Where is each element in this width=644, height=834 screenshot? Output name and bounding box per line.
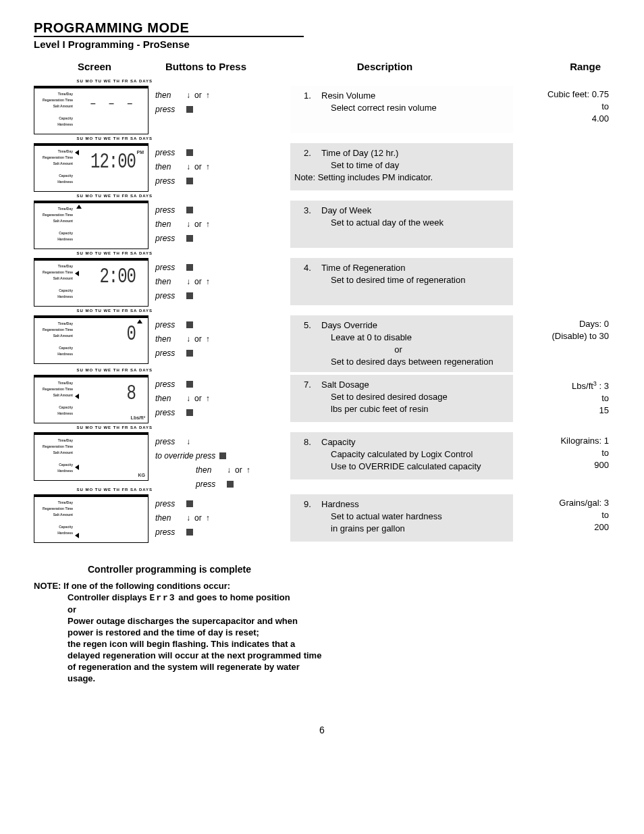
screen-box: Time/DayRegeneration TimeSalt AmountCapa… xyxy=(34,86,149,134)
buttons-cell: thenorpress xyxy=(155,86,290,117)
indicator-arrow-icon xyxy=(75,465,79,470)
screen-cell: SU MO TU WE TH FR SA DAYSTime/DayRegener… xyxy=(34,315,155,364)
screen-cell: SU MO TU WE TH FR SA DAYSTime/DayRegener… xyxy=(34,143,155,192)
screen-side-labels: Time/DayRegeneration TimeSalt AmountCapa… xyxy=(36,149,73,185)
button-instruction-line: thenor xyxy=(155,463,290,477)
instruction-word: then xyxy=(196,463,223,477)
screen-box: Time/DayRegeneration TimeSalt AmountCapa… xyxy=(34,258,149,307)
description-detail: Set to desired desired dosagelbs per cub… xyxy=(321,391,506,415)
indicator-arrow-icon xyxy=(76,205,82,209)
set-button-icon xyxy=(186,292,193,299)
instruction-word: press xyxy=(155,203,182,217)
buttons-cell: pressthenorpress xyxy=(155,201,290,246)
description-body: Time of RegenerationSet to desired time … xyxy=(321,262,506,286)
col-buttons: Buttons to Press xyxy=(155,61,257,72)
description-title: Day of Week xyxy=(321,205,506,217)
set-button-icon xyxy=(219,452,226,459)
instruction-word: or xyxy=(194,392,202,405)
screen-days-label: SU MO TU WE TH FR SA DAYS xyxy=(76,425,153,429)
description-detail: Set to time of day xyxy=(321,159,506,172)
range-cell: Cubic feet: 0.75to4.00 xyxy=(513,86,614,125)
screen-days-label: SU MO TU WE TH FR SA DAYS xyxy=(76,309,153,313)
description-title: Time of Regeneration xyxy=(321,262,506,274)
buttons-cell: pressthenorpress xyxy=(155,315,290,361)
screen-side-labels: Time/DayRegeneration TimeSalt AmountCapa… xyxy=(36,91,73,128)
instruction-word: then xyxy=(155,88,182,102)
screen-box: Time/DayRegeneration TimeSalt AmountCapa… xyxy=(34,494,149,543)
description-detail: Leave at 0 to disableorSet to desired da… xyxy=(321,332,506,368)
screen-box: Time/DayRegeneration TimeSalt AmountCapa… xyxy=(34,432,149,481)
arrow-up-icon xyxy=(206,160,210,174)
indicator-arrow-icon xyxy=(75,271,79,276)
description-body: Day of WeekSet to actual day of the week xyxy=(321,205,506,229)
screen-box: Time/DayRegeneration TimeSalt AmountCapa… xyxy=(34,143,149,192)
buttons-cell: pressthenorpress xyxy=(155,258,290,303)
screen-value: 0 xyxy=(127,322,136,346)
step-row: SU MO TU WE TH FR SA DAYSTime/DayRegener… xyxy=(34,429,610,492)
screen-unit: Lbs/ft³ xyxy=(131,415,145,420)
screen-value: 12:00 xyxy=(90,150,136,174)
instruction-word: press xyxy=(155,289,182,303)
description-body: Days OverrideLeave at 0 to disableorSet … xyxy=(321,319,506,368)
note-line5: the regen icon will begin flashing. This… xyxy=(68,638,324,684)
screen-days-label: SU MO TU WE TH FR SA DAYS xyxy=(76,194,153,198)
arrow-down-icon xyxy=(186,511,190,525)
description-title: Hardness xyxy=(321,498,506,511)
description-cell: 4.Time of RegenerationSet to desired tim… xyxy=(290,258,513,305)
instruction-word: press xyxy=(155,497,182,511)
range-cell: Grains/gal: 3to200 xyxy=(513,494,614,533)
note-block: NOTE: If one of the following conditions… xyxy=(34,580,324,684)
screen-cell: SU MO TU WE TH FR SA DAYSTime/DayRegener… xyxy=(34,201,155,249)
page-title: PROGRAMMING MODE xyxy=(34,20,304,37)
button-instruction-line: thenor xyxy=(155,332,290,346)
footer-heading: Controller programming is complete xyxy=(88,564,610,575)
instruction-word: or xyxy=(194,275,202,288)
arrow-up-icon xyxy=(206,392,210,405)
description-body: HardnessSet to actual water hardnessin g… xyxy=(321,498,506,535)
screen-side-labels: Time/DayRegeneration TimeSalt AmountCapa… xyxy=(36,380,73,417)
buttons-cell: pressthenorpress xyxy=(155,375,290,420)
screen-pm-indicator: PM xyxy=(137,150,144,155)
screen-cell: SU MO TU WE TH FR SA DAYSTime/DayRegener… xyxy=(34,432,155,481)
step-number: 2. xyxy=(304,147,321,159)
note-line1: If one of the following conditions occur… xyxy=(63,581,230,591)
description-title: Days Override xyxy=(321,319,506,332)
button-instruction-line: press xyxy=(155,103,290,116)
arrow-up-icon xyxy=(246,463,250,477)
step-row: SU MO TU WE TH FR SA DAYSTime/DayRegener… xyxy=(34,313,610,372)
screen-cell: SU MO TU WE TH FR SA DAYSTime/DayRegener… xyxy=(34,258,155,307)
screen-cell: SU MO TU WE TH FR SA DAYSTime/DayRegener… xyxy=(34,86,155,134)
description-detail: Capacity calculated by Logix ControlUse … xyxy=(321,448,506,473)
screen-days-label: SU MO TU WE TH FR SA DAYS xyxy=(76,251,153,255)
step-number: 1. xyxy=(304,90,321,102)
set-button-icon xyxy=(186,178,193,184)
column-headers: Screen Buttons to Press Description Rang… xyxy=(34,61,610,72)
note-err-code: Err3 xyxy=(149,593,176,603)
screen-value: – – – xyxy=(90,96,136,111)
instruction-word: press xyxy=(155,525,182,539)
set-button-icon xyxy=(186,235,193,242)
screen-side-labels: Time/DayRegeneration TimeSalt AmountCapa… xyxy=(36,438,73,474)
button-instruction-line: press xyxy=(155,146,290,159)
arrow-down-icon xyxy=(186,217,190,231)
set-button-icon xyxy=(186,350,193,357)
indicator-arrow-icon xyxy=(75,150,79,155)
description-body: CapacityCapacity calculated by Logix Con… xyxy=(321,436,506,473)
arrow-up-icon xyxy=(206,332,210,346)
button-instruction-line: press xyxy=(155,406,290,419)
instruction-word: press xyxy=(155,103,182,116)
description-body: Resin VolumeSelect correct resin volume xyxy=(321,90,506,114)
arrow-up-icon xyxy=(206,511,210,525)
step-number: 5. xyxy=(304,319,321,332)
description-title: Salt Dosage xyxy=(321,379,506,391)
instruction-word: press xyxy=(196,477,223,491)
instruction-word: then xyxy=(155,217,182,231)
set-button-icon xyxy=(186,381,193,388)
step-row: SU MO TU WE TH FR SA DAYSTime/DayRegener… xyxy=(34,372,610,429)
note-line2b: and goes to home position xyxy=(176,592,290,602)
button-instruction-line: to override press xyxy=(155,449,290,463)
buttons-cell: pressthenorpress xyxy=(155,494,290,540)
step-number: 3. xyxy=(304,205,321,217)
step-number: 4. xyxy=(304,262,321,274)
set-button-icon xyxy=(186,264,193,271)
